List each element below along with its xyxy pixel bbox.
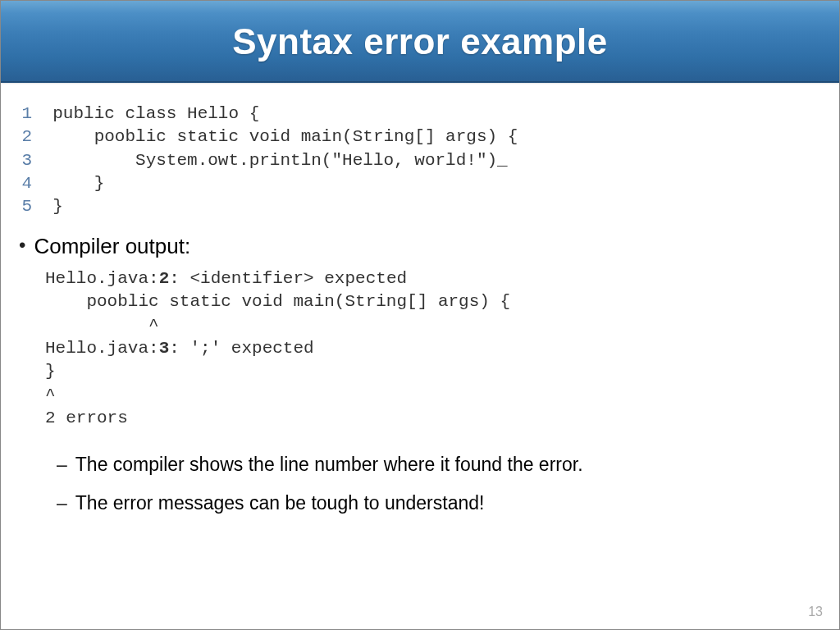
code-line: } (52, 197, 63, 216)
slide-title: Syntax error example (232, 21, 608, 62)
slide: Syntax error example 1 public class Hell… (0, 0, 840, 630)
code-block: 1 public class Hello { 2 pooblic static … (14, 103, 826, 219)
code-line: pooblic static void main(String[] args) … (52, 127, 518, 146)
output-line: ^ (45, 386, 56, 404)
page-number: 13 (808, 605, 823, 619)
line-number: 2 (14, 126, 32, 148)
output-line: : <identifier> expected (169, 269, 407, 288)
code-line: public class Hello { (52, 104, 259, 123)
dash-icon: – (57, 491, 67, 515)
note-item: – The compiler shows the line number whe… (57, 453, 826, 477)
output-line: } (45, 362, 56, 381)
line-number: 1 (14, 103, 32, 126)
output-line: pooblic static void main(String[] args) … (45, 292, 510, 311)
code-line: System.owt.println("Hello, world!")_ (52, 151, 508, 170)
slide-body: 1 public class Hello { 2 pooblic static … (1, 83, 839, 515)
line-number: 4 (14, 172, 32, 195)
output-line: Hello.java: (45, 339, 159, 358)
note-text: The compiler shows the line number where… (75, 453, 583, 477)
note-item: – The error messages can be tough to und… (57, 491, 826, 515)
output-line: : ';' expected (169, 339, 313, 358)
line-number: 5 (14, 195, 32, 218)
note-text: The error messages can be tough to under… (75, 491, 485, 515)
output-line: ^ (45, 316, 159, 335)
output-bold: 3 (159, 339, 170, 358)
notes-list: – The compiler shows the line number whe… (57, 453, 826, 515)
compiler-output: Hello.java:2: <identifier> expected poob… (45, 267, 826, 430)
code-line: } (52, 174, 104, 193)
output-line: Hello.java: (45, 269, 159, 288)
dash-icon: – (57, 453, 67, 477)
output-line: 2 errors (45, 409, 128, 427)
bullet-label: Compiler output: (34, 234, 190, 259)
bullet-item: • Compiler output: (19, 234, 826, 259)
output-bold: 2 (159, 269, 170, 288)
title-bar: Syntax error example (1, 1, 839, 83)
bullet-icon: • (19, 234, 25, 257)
line-number: 3 (14, 149, 32, 172)
